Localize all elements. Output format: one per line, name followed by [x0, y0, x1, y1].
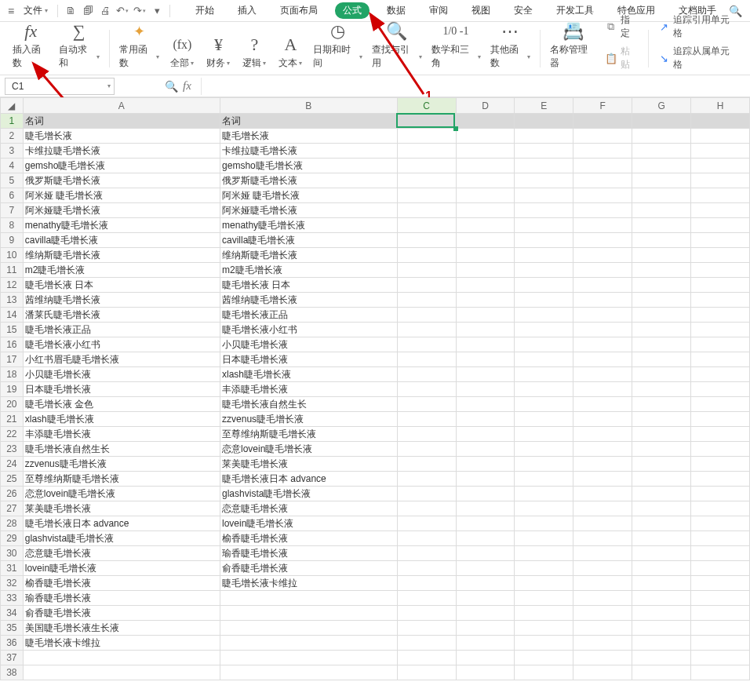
- cell[interactable]: [573, 233, 632, 248]
- cell[interactable]: [573, 412, 632, 427]
- cell[interactable]: [456, 487, 515, 501]
- cell[interactable]: [397, 188, 456, 203]
- cell[interactable]: [456, 248, 515, 263]
- cell[interactable]: [691, 651, 750, 665]
- cell[interactable]: 恋意lovein睫毛增长液: [220, 442, 398, 457]
- row-header[interactable]: 30: [1, 546, 24, 561]
- cell[interactable]: [397, 501, 456, 516]
- spreadsheet[interactable]: ◢ ABCDEFGH 1名词名词2睫毛增长液睫毛增长液3卡维拉睫毛增长液卡维拉睫…: [0, 97, 750, 700]
- auto-sum-button[interactable]: ∑ 自动求和▾: [54, 16, 104, 75]
- cell[interactable]: [691, 636, 750, 651]
- cell[interactable]: 睫毛增长液小红书: [220, 323, 398, 337]
- cell[interactable]: [456, 412, 515, 427]
- cell[interactable]: [573, 516, 632, 531]
- cell[interactable]: 小红书眉毛睫毛增长液: [23, 352, 220, 367]
- cell[interactable]: [515, 651, 573, 665]
- table-row[interactable]: 14潘莱氏睫毛增长液睫毛增长液正品: [1, 308, 750, 323]
- cell[interactable]: m2睫毛增长液: [23, 263, 220, 278]
- cell[interactable]: [397, 352, 456, 367]
- tab-插入[interactable]: 插入: [231, 2, 263, 20]
- row-header[interactable]: 10: [1, 248, 24, 263]
- cell[interactable]: 名词: [23, 114, 220, 129]
- cell[interactable]: [632, 531, 691, 546]
- cell[interactable]: 睫毛增长液: [220, 129, 398, 144]
- cell[interactable]: [397, 323, 456, 337]
- cell[interactable]: [573, 203, 632, 218]
- cell[interactable]: [456, 278, 515, 293]
- cell[interactable]: [573, 173, 632, 188]
- math-functions-button[interactable]: 1/0 -1 数学和三角▾: [427, 16, 486, 75]
- table-row[interactable]: 32榆香睫毛增长液睫毛增长液卡维拉: [1, 576, 750, 591]
- cell[interactable]: [456, 367, 515, 382]
- cell[interactable]: [573, 606, 632, 621]
- cell[interactable]: [691, 278, 750, 293]
- cell[interactable]: [691, 606, 750, 621]
- cell[interactable]: 俄罗斯睫毛增长液: [23, 173, 220, 188]
- row-header[interactable]: 25: [1, 472, 24, 487]
- cell[interactable]: [691, 531, 750, 546]
- cell[interactable]: [632, 397, 691, 412]
- row-header[interactable]: 31: [1, 561, 24, 576]
- tab-开始[interactable]: 开始: [189, 2, 220, 20]
- row-header[interactable]: 38: [1, 665, 24, 680]
- row-header[interactable]: 23: [1, 442, 24, 457]
- table-row[interactable]: 23睫毛增长液自然生长恋意lovein睫毛增长液: [1, 442, 750, 457]
- cell[interactable]: 美国睫毛增长液生长液: [23, 621, 220, 636]
- cell[interactable]: [573, 591, 632, 606]
- cell[interactable]: 阿米娅睫毛增长液: [23, 203, 220, 218]
- cell[interactable]: [456, 591, 515, 606]
- table-row[interactable]: 6阿米娅 睫毛增长液阿米娅 睫毛增长液: [1, 188, 750, 203]
- cell[interactable]: 瑜香睫毛增长液: [220, 546, 398, 561]
- cell[interactable]: [456, 352, 515, 367]
- table-row[interactable]: 18小贝睫毛增长液xlash睫毛增长液: [1, 367, 750, 382]
- cell[interactable]: [691, 412, 750, 427]
- cell[interactable]: [632, 457, 691, 472]
- cell[interactable]: [691, 114, 750, 129]
- table-row[interactable]: 19日本睫毛增长液丰添睫毛增长液: [1, 382, 750, 397]
- cell[interactable]: 莱美睫毛增长液: [220, 457, 398, 472]
- column-header-C[interactable]: C: [397, 98, 456, 114]
- row-header[interactable]: 22: [1, 427, 24, 442]
- cell[interactable]: [456, 651, 515, 665]
- cell[interactable]: [691, 144, 750, 159]
- row-header[interactable]: 26: [1, 487, 24, 501]
- cell[interactable]: [515, 367, 573, 382]
- cell[interactable]: [397, 129, 456, 144]
- cell[interactable]: [515, 114, 573, 129]
- table-row[interactable]: 34俞香睫毛增长液: [1, 606, 750, 621]
- cell[interactable]: lovein睫毛增长液: [23, 561, 220, 576]
- cell[interactable]: [456, 576, 515, 591]
- cell[interactable]: [397, 337, 456, 352]
- cell[interactable]: [397, 487, 456, 501]
- cell[interactable]: [632, 188, 691, 203]
- cell[interactable]: [515, 173, 573, 188]
- row-header[interactable]: 2: [1, 129, 24, 144]
- cell[interactable]: [632, 576, 691, 591]
- all-functions-button[interactable]: (fx) 全部▾: [164, 30, 200, 75]
- cell[interactable]: [573, 144, 632, 159]
- cell[interactable]: [456, 218, 515, 233]
- cell[interactable]: [632, 606, 691, 621]
- row-header[interactable]: 7: [1, 203, 24, 218]
- table-row[interactable]: 5俄罗斯睫毛增长液俄罗斯睫毛增长液: [1, 173, 750, 188]
- cell[interactable]: 睫毛增长液小红书: [23, 337, 220, 352]
- cell[interactable]: [573, 651, 632, 665]
- cell[interactable]: [691, 159, 750, 173]
- row-header[interactable]: 1: [1, 114, 24, 129]
- cell[interactable]: [573, 427, 632, 442]
- cell[interactable]: [397, 412, 456, 427]
- cell[interactable]: [691, 621, 750, 636]
- cell[interactable]: [691, 442, 750, 457]
- column-header-H[interactable]: H: [691, 98, 750, 114]
- cell[interactable]: [397, 114, 456, 129]
- cell[interactable]: [573, 531, 632, 546]
- cell[interactable]: [573, 352, 632, 367]
- cell[interactable]: [691, 188, 750, 203]
- cell[interactable]: [515, 501, 573, 516]
- row-header[interactable]: 33: [1, 591, 24, 606]
- cell[interactable]: [632, 218, 691, 233]
- row-header[interactable]: 8: [1, 218, 24, 233]
- cell[interactable]: [632, 412, 691, 427]
- table-row[interactable]: 7阿米娅睫毛增长液阿米娅睫毛增长液: [1, 203, 750, 218]
- cell[interactable]: [397, 621, 456, 636]
